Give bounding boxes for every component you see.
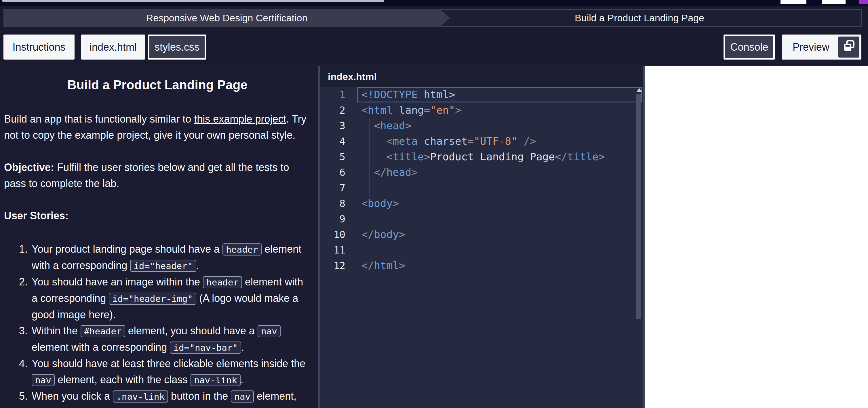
code-token: body — [374, 228, 399, 240]
inline-code-chip: nav — [32, 374, 55, 386]
code-token: > — [405, 120, 411, 131]
inline-code-chip: nav-link — [190, 374, 240, 386]
code-token: = — [424, 104, 430, 116]
code-token: head — [380, 120, 405, 131]
editor-scrollbar-thumb[interactable] — [636, 94, 641, 319]
breadcrumb-bar: Build a Product Landing Page Responsive … — [0, 6, 868, 32]
user-story-item: You should have at least three clickable… — [31, 356, 311, 388]
preview-panel[interactable] — [645, 66, 868, 408]
tab-index-html[interactable]: index.html — [81, 34, 145, 60]
panel-resizer-left[interactable] — [318, 66, 320, 408]
line-number: 3 — [320, 118, 357, 133]
code-token — [362, 151, 386, 163]
tab-instructions[interactable]: Instructions — [3, 34, 74, 60]
console-button[interactable]: Console — [723, 34, 775, 60]
user-stories-list: Your product landing page should have a … — [4, 241, 311, 408]
user-story-item: You should have an image within the head… — [31, 274, 311, 323]
code-line[interactable]: <head> — [357, 118, 642, 133]
inline-code-chip: id="nav-bar" — [170, 342, 241, 354]
code-token: > — [399, 259, 405, 271]
tab-index-html-label: index.html — [90, 41, 137, 53]
instructions-panel[interactable]: Build a Product Landing Page Build an ap… — [0, 66, 318, 408]
tab-bar: Instructions index.html styles.css Conso… — [0, 32, 868, 66]
code-token: > — [599, 151, 605, 163]
code-editor-panel[interactable]: index.html 123456789101112 <!DOCTYPE htm… — [320, 66, 643, 408]
code-token: title — [567, 151, 598, 163]
example-project-link[interactable]: this example project — [194, 113, 286, 125]
top-navbar-strip — [0, 0, 868, 6]
code-token — [362, 135, 386, 147]
code-token: Product Landing Page — [430, 151, 555, 163]
editor-filename-header: index.html — [320, 66, 643, 87]
line-number: 7 — [320, 180, 357, 196]
detach-preview-button[interactable] — [838, 36, 859, 58]
code-token: </ — [362, 228, 374, 240]
detach-window-icon — [843, 39, 855, 55]
code-line[interactable]: <title>Product Landing Page</title> — [357, 149, 642, 164]
code-token: "en" — [430, 104, 455, 116]
code-token: body — [368, 197, 393, 209]
line-number: 5 — [320, 149, 357, 164]
objective-paragraph: Objective: Fulfill the user stories belo… — [4, 159, 311, 192]
search-input-fragment[interactable] — [2, 0, 384, 2]
code-token — [362, 120, 374, 131]
preview-button-label: Preview — [793, 41, 830, 53]
bold-text: Objective: — [4, 161, 54, 173]
user-story-item: Your product landing page should have a … — [31, 241, 311, 274]
line-number: 11 — [320, 242, 357, 258]
tab-styles-css-label: styles.css — [155, 41, 199, 53]
code-line[interactable] — [357, 242, 642, 258]
code-token: <!DOCTYPE — [362, 89, 417, 100]
code-token — [518, 135, 524, 147]
breadcrumb-certification[interactable]: Responsive Web Design Certification — [3, 9, 450, 27]
code-token — [362, 166, 374, 178]
inline-code-chip: header — [203, 276, 242, 288]
line-number: 9 — [320, 211, 357, 227]
code-token: < — [362, 104, 368, 116]
inline-code-chip: nav — [257, 325, 281, 337]
code-token: head — [386, 166, 411, 178]
intro-paragraph: Build an app that is functionally simila… — [4, 111, 311, 143]
code-token: lang — [399, 104, 424, 116]
code-line[interactable]: </head> — [357, 164, 642, 180]
code-line[interactable]: <body> — [357, 196, 642, 211]
code-token: </ — [374, 166, 386, 178]
code-token: < — [374, 120, 380, 131]
code-token: meta — [393, 135, 417, 147]
code-token: < — [362, 197, 368, 209]
breadcrumb-current-label: Build a Product Landing Page — [575, 12, 704, 24]
code-line[interactable]: <html lang="en"> — [357, 102, 642, 118]
code-token — [417, 89, 424, 100]
code-line[interactable] — [357, 211, 642, 227]
editor-code-area[interactable]: <!DOCTYPE html><html lang="en"> <head> <… — [357, 87, 642, 273]
code-token: < — [386, 135, 393, 147]
code-line[interactable]: </html> — [357, 258, 642, 273]
code-token — [417, 135, 424, 147]
code-token: charset — [424, 135, 468, 147]
code-line[interactable]: <meta charset="UTF-8" /> — [357, 133, 642, 149]
tab-instructions-label: Instructions — [12, 41, 65, 53]
code-line[interactable]: </body> — [357, 227, 642, 242]
breadcrumb-certification-label: Responsive Web Design Certification — [146, 12, 308, 24]
inline-code-chip: header — [222, 244, 261, 255]
signup-button-fragment[interactable] — [859, 0, 868, 4]
code-line[interactable] — [357, 180, 642, 196]
code-line[interactable]: <!DOCTYPE html> — [357, 87, 642, 102]
line-number: 10 — [320, 227, 357, 242]
user-stories-label: User Stories: — [4, 208, 311, 224]
user-story-item: Within the #header element, you should h… — [31, 323, 311, 356]
code-token: /> — [524, 135, 536, 147]
code-token: html — [374, 259, 399, 271]
code-token: < — [386, 151, 393, 163]
inline-code-chip: id="header-img" — [109, 293, 196, 305]
preview-button[interactable]: Preview — [782, 34, 861, 60]
inline-code-chip: id="header" — [130, 260, 196, 272]
code-token: title — [393, 151, 424, 163]
navbar-button-fragment[interactable] — [822, 0, 845, 4]
inline-code-chip: nav — [231, 390, 254, 403]
breadcrumb-current-challenge[interactable]: Build a Product Landing Page — [417, 9, 862, 27]
panel-resizer-right[interactable] — [643, 66, 645, 408]
editor-scrollbar-up-arrow[interactable] — [637, 88, 642, 92]
tab-styles-css[interactable]: styles.css — [148, 34, 206, 60]
navbar-button-fragment[interactable] — [780, 0, 806, 4]
